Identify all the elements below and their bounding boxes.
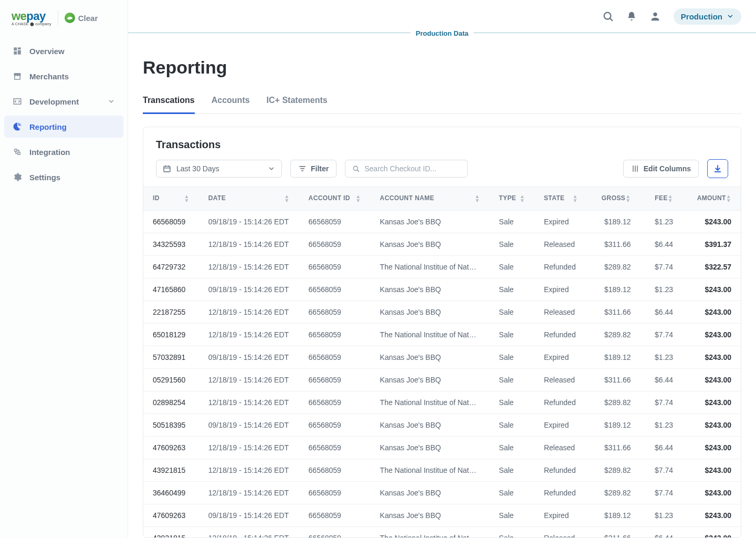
table-row[interactable]: 6501812912/18/19 - 15:14:26 EDT66568059T… xyxy=(143,324,741,346)
cell-amount: $243.00 xyxy=(682,504,741,527)
clear-label: Clear xyxy=(78,14,98,23)
filter-button[interactable]: Filter xyxy=(290,160,337,178)
sidebar-item-overview[interactable]: Overview xyxy=(4,40,123,62)
cell-id: 43921815 xyxy=(143,459,199,482)
cell-id: 65018129 xyxy=(143,324,199,346)
cell-id: 64729732 xyxy=(143,256,199,278)
environment-divider: Production Data xyxy=(128,33,756,33)
cell-account_name: The National Institue of Natural… xyxy=(371,527,490,538)
table-row[interactable]: 4392181512/18/19 - 15:14:26 EDT66568059T… xyxy=(143,459,741,482)
nav: OverviewMerchantsDevelopmentReportingInt… xyxy=(0,40,128,188)
cell-account_name: Kansas Joe's BBQ xyxy=(371,437,490,459)
content: Reporting TranscationsAccountsIC+ Statem… xyxy=(128,44,756,538)
col-state[interactable]: STATE▲▼ xyxy=(534,187,587,211)
col-account-name[interactable]: ACCOUNT NAME▲▼ xyxy=(371,187,490,211)
sidebar-item-label: Merchants xyxy=(29,72,69,81)
cell-gross: $289.82 xyxy=(587,256,640,278)
cell-amount: $243.00 xyxy=(682,346,741,369)
sidebar-item-settings[interactable]: Settings xyxy=(4,166,123,188)
col-amount[interactable]: AMOUNT▲▼ xyxy=(682,187,741,211)
cell-id: 05291560 xyxy=(143,369,199,391)
cell-account_name: Kansas Joe's BBQ xyxy=(371,414,490,437)
cell-state: Released xyxy=(534,301,587,324)
col-type[interactable]: TYPE▲▼ xyxy=(489,187,534,211)
cell-account_name: Kansas Joe's BBQ xyxy=(371,301,490,324)
table-row[interactable]: 5703289109/18/19 - 15:14:26 EDT66568059K… xyxy=(143,346,741,369)
col-date[interactable]: DATE▲▼ xyxy=(199,187,299,211)
cell-fee: $6.44 xyxy=(640,369,683,391)
table-row[interactable]: 4716586009/18/19 - 15:14:26 EDT66568059K… xyxy=(143,278,741,301)
tab-ic-statements[interactable]: IC+ Statements xyxy=(267,90,328,113)
cell-state: Refunded xyxy=(534,459,587,482)
sidebar-item-merchants[interactable]: Merchants xyxy=(4,65,123,87)
brand: wepay A CHASE ⬤ company Clear xyxy=(0,9,128,40)
svg-line-17 xyxy=(358,170,359,172)
tab-transcations[interactable]: Transcations xyxy=(143,90,195,114)
environment-selector[interactable]: Production xyxy=(674,8,741,25)
cell-amount: $243.00 xyxy=(682,482,741,504)
sort-icon: ▲▼ xyxy=(726,194,731,203)
plug-icon xyxy=(13,147,22,157)
logo-we: we xyxy=(12,9,26,23)
cell-account_id: 66568059 xyxy=(299,504,371,527)
table-row[interactable]: 4392181512/18/19 - 15:14:26 EDT66568059T… xyxy=(143,527,741,538)
cell-account_id: 66568059 xyxy=(299,414,371,437)
table-row[interactable]: 5051839509/18/19 - 15:14:26 EDT66568059K… xyxy=(143,414,741,437)
cell-fee: $1.23 xyxy=(640,504,683,527)
search-input[interactable] xyxy=(364,164,461,173)
clear-icon xyxy=(65,13,75,23)
col-account-id[interactable]: ACCOUNT ID▲▼ xyxy=(299,187,371,211)
table-row[interactable]: 6656805909/18/19 - 15:14:26 EDT66568059K… xyxy=(143,211,741,233)
cell-fee: $7.74 xyxy=(640,324,683,346)
sidebar-item-development[interactable]: Development xyxy=(4,90,123,112)
cell-gross: $289.82 xyxy=(587,459,640,482)
search-icon[interactable] xyxy=(602,11,614,22)
edit-columns-button[interactable]: Edit Columns xyxy=(623,160,699,178)
table-row[interactable]: 0529156012/18/19 - 15:14:26 EDT66568059K… xyxy=(143,369,741,391)
sort-icon: ▲▼ xyxy=(520,194,525,203)
cell-type: Sale xyxy=(489,256,534,278)
table-row[interactable]: 3646049912/18/19 - 15:14:26 EDT66568059K… xyxy=(143,482,741,504)
user-icon[interactable] xyxy=(649,11,661,22)
col-label: STATE xyxy=(544,194,565,202)
sidebar-item-integration[interactable]: Integration xyxy=(4,141,123,163)
table-row[interactable]: 4760926309/18/19 - 15:14:26 EDT66568059K… xyxy=(143,504,741,527)
svg-rect-1 xyxy=(18,47,21,49)
cell-account_name: Kansas Joe's BBQ xyxy=(371,278,490,301)
table-row[interactable]: 0289825412/18/19 - 15:14:26 EDT66568059T… xyxy=(143,391,741,414)
cell-account_name: The National Institue of Natural… xyxy=(371,391,490,414)
cell-account_id: 66568059 xyxy=(299,233,371,256)
cell-account_id: 66568059 xyxy=(299,211,371,233)
sort-icon: ▲▼ xyxy=(475,194,480,203)
search-icon xyxy=(352,164,360,173)
cell-id: 36460499 xyxy=(143,482,199,504)
cell-state: Expired xyxy=(534,414,587,437)
download-button[interactable] xyxy=(707,159,728,178)
tabs: TranscationsAccountsIC+ Statements xyxy=(143,90,741,114)
table-row[interactable]: 3432559312/18/19 - 15:14:26 EDT66568059K… xyxy=(143,233,741,256)
bell-icon[interactable] xyxy=(626,11,637,22)
filter-label: Filter xyxy=(311,164,329,173)
wepay-logo: wepay A CHASE ⬤ company xyxy=(12,9,51,26)
sort-icon: ▲▼ xyxy=(284,194,289,203)
table-wrap[interactable]: ID▲▼DATE▲▼ACCOUNT ID▲▼ACCOUNT NAME▲▼TYPE… xyxy=(143,187,741,537)
cell-date: 12/18/19 - 15:14:26 EDT xyxy=(199,459,299,482)
table-row[interactable]: 2218725512/18/19 - 15:14:26 EDT66568059K… xyxy=(143,301,741,324)
col-fee[interactable]: FEE▲▼ xyxy=(640,187,683,211)
table-row[interactable]: 4760926312/18/19 - 15:14:26 EDT66568059K… xyxy=(143,437,741,459)
download-icon xyxy=(713,164,722,173)
cell-id: 43921815 xyxy=(143,527,199,538)
cell-id: 57032891 xyxy=(143,346,199,369)
col-id[interactable]: ID▲▼ xyxy=(143,187,199,211)
search-wrap[interactable] xyxy=(345,160,468,178)
cell-id: 22187255 xyxy=(143,301,199,324)
sidebar: wepay A CHASE ⬤ company Clear OverviewMe… xyxy=(0,0,128,538)
table-row[interactable]: 6472973212/18/19 - 15:14:26 EDT66568059T… xyxy=(143,256,741,278)
date-range-select[interactable]: Last 30 Days xyxy=(156,160,282,178)
cell-fee: $1.23 xyxy=(640,278,683,301)
cell-type: Sale xyxy=(489,369,534,391)
col-gross[interactable]: GROSS▲▼ xyxy=(587,187,640,211)
cell-date: 12/18/19 - 15:14:26 EDT xyxy=(199,369,299,391)
sidebar-item-reporting[interactable]: Reporting xyxy=(4,116,123,138)
tab-accounts[interactable]: Accounts xyxy=(212,90,250,113)
